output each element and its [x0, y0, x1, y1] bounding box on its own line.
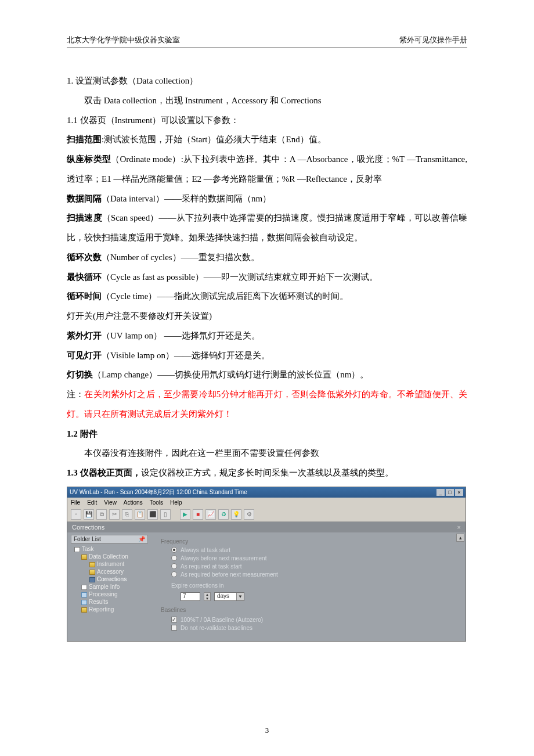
label-ordinate: 纵座标类型 [67, 154, 111, 164]
para-vis-lamp: 可见灯开（Visible lamp on）——选择钨灯开还是关。 [67, 346, 467, 366]
para-uv-lamp: 紫外灯开（UV lamp on） ——选择氘灯开还是关。 [67, 326, 467, 346]
toolbar-stop-icon[interactable]: ⬛ [147, 509, 158, 520]
scroll-up-icon[interactable]: ▴ [456, 534, 464, 542]
label-uv-lamp: 紫外灯开 [67, 331, 102, 340]
tree-instrument[interactable]: Instrument [71, 560, 148, 568]
section-1-3-title: 1.3 仪器校正页面，设定仪器校正方式，规定多长时间采集一次基线以及基线的类型。 [67, 463, 467, 483]
text-ordinate: （Ordinate mode）:从下拉列表中选择。其中：A —Absorbanc… [67, 154, 467, 183]
toolbar-page-icon[interactable]: ▯ [160, 509, 171, 520]
expire-value-input[interactable]: 7 [181, 592, 200, 601]
toolbar-play-icon[interactable]: ▶ [180, 509, 190, 520]
chevron-down-icon: ▼ [204, 597, 210, 601]
menu-help[interactable]: Help [170, 499, 182, 506]
expire-label: Expire corrections in [171, 582, 460, 589]
tree-processing[interactable]: Processing [71, 591, 148, 598]
text-speed: （Scan speed）——从下拉列表中选择需要的扫描速度。慢扫描速度适用于窄峰… [67, 213, 467, 242]
chk-no-revalidate[interactable]: Do not re-validate baselines [171, 625, 460, 631]
tree-task[interactable]: Task [71, 545, 148, 553]
toolbar-new-icon[interactable]: ▫ [71, 509, 81, 520]
text-uv-lamp: （UV lamp on） ——选择氘灯开还是关。 [102, 331, 260, 340]
page-header: 北京大学化学学院中级仪器实验室 紫外可见仪操作手册 [67, 35, 467, 48]
label-vis-lamp: 可见灯开 [67, 351, 102, 360]
window-minimize-button[interactable]: _ [436, 489, 445, 496]
results-icon [81, 600, 87, 605]
text-vis-lamp: （Visible lamp on）——选择钨灯开还是关。 [102, 351, 270, 360]
menu-file[interactable]: File [71, 499, 80, 506]
tree-accessory[interactable]: Accessory [71, 568, 148, 575]
panel-close-icon[interactable]: × [457, 524, 461, 531]
embedded-screenshot: UV WinLab - Run - Scan 2004年6月22日 12:00 … [67, 487, 466, 642]
checkbox-icon [171, 625, 177, 631]
window-close-button[interactable]: × [455, 489, 463, 496]
para-fast-cycle: 最快循环（Cycle as fast as possible）——即一次测试结束… [67, 268, 467, 287]
toolbar-save-icon[interactable]: 💾 [84, 509, 94, 520]
pin-icon[interactable]: 📌 [138, 536, 145, 542]
app-icon [74, 547, 80, 552]
expire-unit-select[interactable]: days▼ [214, 592, 244, 601]
radio-icon [171, 571, 177, 577]
para-cycles: 循环次数（Number of cycles）——重复扫描次数。 [67, 248, 467, 268]
toolbar-lamp-icon[interactable]: 💡 [231, 509, 241, 520]
opt-required-before-measure[interactable]: As required before next measurement [171, 571, 460, 578]
toolbar-chart-icon[interactable]: 📈 [205, 509, 216, 520]
label-fast-cycle: 最快循环 [67, 272, 102, 282]
para-ordinate: 纵座标类型（Ordinate mode）:从下拉列表中选择。其中：A —Abso… [67, 150, 467, 189]
expire-spinner[interactable]: ▲▼ [204, 592, 211, 601]
radio-icon [171, 547, 177, 553]
folder-icon [89, 570, 95, 575]
chk-baseline-autozero[interactable]: ✓100%T / 0A Baseline (Autozero) [171, 617, 460, 623]
label-interval: 数据间隔 [67, 194, 102, 203]
text-interval: （Data interval）——采样的数据间隔（nm） [102, 194, 271, 203]
label-lamp-change: 灯切换 [67, 370, 93, 379]
page-number: 3 [0, 726, 534, 735]
window-maximize-button[interactable]: □ [446, 489, 454, 496]
opt-required-task-start[interactable]: As required at task start [171, 563, 460, 570]
text-cycle-time: （Cycle time）——指此次测试完成后距离下次循环测试的时间。 [102, 291, 348, 301]
window-title: UV WinLab - Run - Scan 2004年6月22日 12:00 … [70, 488, 247, 496]
folder-list-label: Folder List [74, 536, 101, 542]
tree-reporting[interactable]: Reporting [71, 606, 148, 613]
tree-sample-info[interactable]: Sample Info [71, 583, 148, 591]
folder-icon [89, 562, 95, 567]
dropdown-arrow-icon: ▼ [236, 593, 244, 600]
toolbar-cut-icon[interactable]: ✂ [109, 509, 120, 520]
para-cycle-time: 循环时间（Cycle time）——指此次测试完成后距离下次循环测试的时间。 [67, 287, 467, 307]
opt-always-before-measure[interactable]: Always before next measurement [171, 555, 460, 561]
para-lamp-change: 灯切换（Lamp change）——切换使用氘灯或钨灯进行测量的波长位置（nm）… [67, 365, 467, 385]
section-1-title: 1. 设置测试参数（Data collection） [67, 71, 467, 91]
menu-tools[interactable]: Tools [150, 499, 163, 506]
label-speed: 扫描速度 [67, 213, 102, 222]
toolbar-record-icon[interactable]: ■ [193, 509, 203, 520]
menu-edit[interactable]: Edit [87, 499, 97, 506]
menu-view[interactable]: View [104, 499, 117, 506]
para-lamp-switch-title: 灯开关(用户注意不要修改灯开关设置) [67, 307, 467, 326]
radio-icon [171, 555, 177, 561]
page-icon [81, 585, 87, 590]
menu-actions[interactable]: Actions [124, 499, 143, 506]
toolbar-misc-icon[interactable]: ⧉ [96, 509, 107, 520]
checkbox-icon: ✓ [171, 617, 177, 622]
text-scan-range: :测试波长范围，开始（Start）值必须大于结束（End）值。 [102, 135, 326, 144]
group-baselines-title: Baselines [161, 607, 460, 613]
window-titlebar: UV WinLab - Run - Scan 2004年6月22日 12:00 … [67, 487, 466, 498]
section-1-3-bold: 1.3 仪器校正页面， [67, 468, 141, 477]
tree-results[interactable]: Results [71, 598, 148, 606]
header-left: 北京大学化学学院中级仪器实验室 [67, 35, 180, 45]
folder-icon [81, 555, 87, 560]
tree-corrections[interactable]: Corrections [71, 575, 148, 583]
label-cycle-time: 循环时间 [67, 291, 102, 301]
radio-icon [171, 563, 177, 569]
label-cycles: 循环次数 [67, 253, 102, 262]
text-fast-cycle: （Cycle as fast as possible）——即一次测试结束就立即开… [102, 272, 378, 282]
opt-always-task-start[interactable]: Always at task start [171, 547, 460, 553]
para-note: 注：在关闭紫外灯之后，至少需要冷却5分钟才能再开灯，否则会降低紫外灯的寿命。不希… [67, 385, 467, 424]
para-speed: 扫描速度（Scan speed）——从下拉列表中选择需要的扫描速度。慢扫描速度适… [67, 208, 467, 248]
para-scan-range: 扫描范围:测试波长范围，开始（Start）值必须大于结束（End）值。 [67, 130, 467, 150]
toolbar-refresh-icon[interactable]: ♻ [218, 509, 229, 520]
toolbar-copy-icon[interactable]: ⎘ [122, 509, 132, 520]
tree-data-collection[interactable]: Data Collection [71, 553, 148, 560]
toolbar-paste-icon[interactable]: 📋 [135, 509, 145, 520]
toolbar-settings-icon[interactable]: ⚙ [244, 509, 254, 520]
menubar: File Edit View Actions Tools Help [67, 498, 466, 507]
folder-list-header: Folder List 📌 [71, 535, 148, 543]
